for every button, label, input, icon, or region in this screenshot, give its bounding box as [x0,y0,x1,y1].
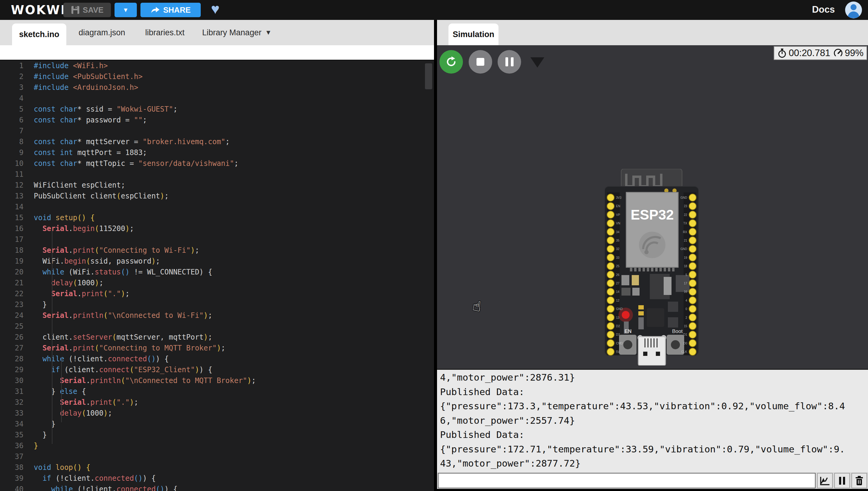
component [668,317,678,327]
pin-tx[interactable] [689,220,696,227]
pin-3v3[interactable] [607,194,614,201]
line-number: 26 [0,332,34,343]
pin-label: GND [681,247,687,251]
code-text: delay(1000); [34,408,112,418]
pin-21[interactable] [689,237,696,244]
pin-label: 13 [616,316,620,319]
pin-label: 27 [616,282,620,285]
pin-4[interactable] [689,297,696,304]
pin-13[interactable] [607,314,614,321]
code-editor[interactable]: 1#include <WiFi.h>2#include <PubSubClien… [0,60,434,491]
pin-5[interactable] [689,271,696,278]
pin-26[interactable] [607,271,614,278]
share-button[interactable]: SHARE [141,3,201,17]
pin-23[interactable] [689,202,696,210]
pin-5v[interactable] [607,348,614,355]
tab-libraries-txt[interactable]: libraries.txt [136,20,193,45]
line-number: 4 [0,93,34,104]
pin-34[interactable] [607,228,614,235]
chart-icon [819,475,830,486]
code-line: 4 [0,93,434,104]
save-button[interactable]: SAVE [63,3,111,17]
line-number: 39 [0,473,34,484]
esp32-shield-label: ESP32 [630,207,674,223]
tab-library-manager[interactable]: Library Manager ▼ [201,20,273,45]
code-line: 14 [0,201,434,212]
pin-16[interactable] [689,288,696,295]
editor-tabbar: sketch.ino diagram.json libraries.txt Li… [0,20,434,45]
line-number: 23 [0,299,34,310]
tab-simulation[interactable]: Simulation [448,24,498,45]
docs-link[interactable]: Docs [812,4,835,15]
line-number: 14 [0,201,34,212]
pin-0[interactable] [689,305,696,313]
pin-19[interactable] [689,254,696,261]
line-number: 2 [0,71,34,82]
pin-12[interactable] [607,297,614,304]
usb-hole [643,352,647,356]
usb-uart-chip [647,308,664,327]
pin-rx[interactable] [689,228,696,235]
pin-vn[interactable] [607,220,614,227]
pin-33[interactable] [607,254,614,261]
simulation-canvas[interactable]: 00:20.781 99% ESP32 [437,45,868,369]
pin-22[interactable] [689,211,696,219]
share-arrow-icon [150,6,160,13]
code-line: 10const char* mqttTopic = "sensor/data/v… [0,158,434,169]
serial-input[interactable] [438,473,815,488]
pin-d0[interactable] [689,340,696,347]
en-button-cap [623,340,632,349]
pin-27[interactable] [607,280,614,287]
tab-diagram-json[interactable]: diagram.json [75,20,129,45]
tab-sketch-ino[interactable]: sketch.ino [12,24,66,45]
plot-button[interactable] [817,473,833,488]
code-text: if (!client.connected()) { [34,473,156,484]
heart-icon[interactable]: ♥ [211,1,220,17]
editor-scrollbar-thumb[interactable] [425,63,432,89]
code-line: 23 } [0,299,434,310]
pin-18[interactable] [689,262,696,270]
pin-vp[interactable] [607,211,614,219]
pin-gnd[interactable] [689,245,696,253]
pin-d1[interactable] [689,331,696,338]
pin-label: VP [616,213,620,216]
code-text: } else { [34,386,86,397]
pin-d3[interactable] [607,331,614,338]
clear-serial-button[interactable] [851,473,867,488]
pin-15[interactable] [689,322,696,330]
code-text: #include <PubSubClient.h> [34,71,143,82]
serial-monitor[interactable]: 4,"motor_power":2876.31}Published Data:{… [437,369,868,472]
code-line: 32 Serial.print("."); [0,397,434,408]
code-line: 16 Serial.begin(115200); [0,223,434,234]
pause-simulation-button[interactable] [498,50,521,74]
restart-simulation-button[interactable] [439,50,463,74]
pin-clk[interactable] [689,348,696,355]
code-line: 2#include <PubSubClient.h> [0,71,434,82]
wokwi-logo[interactable]: WOKWI [11,3,66,17]
pin-gnd[interactable] [689,194,696,201]
pin-25[interactable] [607,262,614,270]
pin-14[interactable] [607,288,614,295]
save-dropdown-button[interactable]: ▼ [115,3,137,17]
stopwatch-icon [777,48,787,59]
indent-guide [61,357,62,422]
component [676,275,689,292]
simulation-menu-caret[interactable] [530,57,544,67]
pin-d2[interactable] [607,322,614,330]
pin-32[interactable] [607,245,614,253]
stop-simulation-button[interactable] [469,50,492,74]
line-number: 30 [0,375,34,386]
pin-2[interactable] [689,314,696,321]
code-line: 7 [0,125,434,136]
pin-17[interactable] [689,280,696,287]
pin-gnd[interactable] [607,305,614,313]
pin-en[interactable] [607,202,614,210]
code-text: const char* ssid = "Wokwi-GUEST"; [34,104,178,115]
pin-cmd[interactable] [607,340,614,347]
pause-serial-button[interactable] [834,473,850,488]
pin-35[interactable] [607,237,614,244]
esp32-board[interactable]: ESP32 EN Boot [604,169,699,366]
line-number: 3 [0,82,34,93]
code-text: Serial.print("Connecting to MQTT Broker"… [34,343,225,353]
avatar[interactable] [845,1,862,19]
